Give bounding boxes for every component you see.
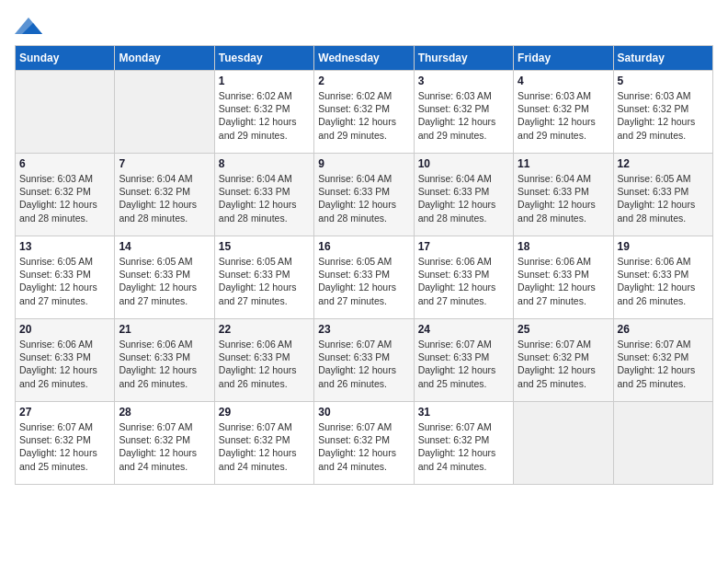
calendar-week-row: 13Sunrise: 6:05 AMSunset: 6:33 PMDayligh… (16, 236, 713, 319)
calendar-cell: 31Sunrise: 6:07 AMSunset: 6:32 PMDayligh… (414, 402, 513, 485)
day-info: Sunrise: 6:02 AMSunset: 6:32 PMDaylight:… (318, 89, 409, 142)
header-sunday: Sunday (16, 46, 115, 71)
day-info: Sunrise: 6:03 AMSunset: 6:32 PMDaylight:… (618, 89, 709, 142)
day-number: 10 (418, 157, 509, 170)
day-info: Sunrise: 6:03 AMSunset: 6:32 PMDaylight:… (19, 172, 110, 224)
day-number: 7 (119, 157, 210, 170)
day-info: Sunrise: 6:04 AMSunset: 6:33 PMDaylight:… (219, 172, 310, 224)
calendar-cell: 11Sunrise: 6:04 AMSunset: 6:33 PMDayligh… (514, 154, 613, 236)
day-number: 11 (518, 157, 609, 170)
calendar-cell (115, 71, 214, 154)
calendar-cell: 17Sunrise: 6:06 AMSunset: 6:33 PMDayligh… (414, 236, 513, 319)
day-info: Sunrise: 6:06 AMSunset: 6:33 PMDaylight:… (618, 255, 709, 307)
day-number: 1 (219, 75, 310, 87)
calendar-header-row: SundayMondayTuesdayWednesdayThursdayFrid… (16, 46, 713, 71)
day-info: Sunrise: 6:06 AMSunset: 6:33 PMDaylight:… (219, 338, 310, 390)
day-info: Sunrise: 6:07 AMSunset: 6:32 PMDaylight:… (19, 420, 110, 473)
calendar-cell: 4Sunrise: 6:03 AMSunset: 6:32 PMDaylight… (514, 71, 613, 154)
day-number: 6 (19, 157, 110, 170)
calendar-cell: 24Sunrise: 6:07 AMSunset: 6:33 PMDayligh… (414, 319, 513, 402)
day-number: 14 (119, 240, 210, 253)
calendar-cell (514, 402, 613, 485)
header-monday: Monday (115, 46, 214, 71)
day-number: 4 (518, 75, 609, 87)
logo-icon (15, 16, 40, 34)
day-number: 16 (318, 240, 409, 253)
day-number: 3 (418, 75, 509, 87)
day-number: 2 (318, 75, 409, 87)
day-number: 23 (318, 323, 409, 336)
day-number: 5 (618, 75, 709, 87)
calendar-cell: 20Sunrise: 6:06 AMSunset: 6:33 PMDayligh… (16, 319, 115, 402)
calendar-cell: 3Sunrise: 6:03 AMSunset: 6:32 PMDaylight… (414, 71, 513, 154)
day-info: Sunrise: 6:04 AMSunset: 6:33 PMDaylight:… (418, 172, 509, 224)
header-wednesday: Wednesday (314, 46, 414, 71)
day-info: Sunrise: 6:02 AMSunset: 6:32 PMDaylight:… (219, 89, 310, 142)
calendar-cell: 22Sunrise: 6:06 AMSunset: 6:33 PMDayligh… (214, 319, 313, 402)
calendar-cell: 27Sunrise: 6:07 AMSunset: 6:32 PMDayligh… (16, 402, 115, 485)
day-info: Sunrise: 6:07 AMSunset: 6:32 PMDaylight:… (518, 338, 609, 390)
day-info: Sunrise: 6:04 AMSunset: 6:33 PMDaylight:… (318, 172, 409, 224)
day-info: Sunrise: 6:04 AMSunset: 6:33 PMDaylight:… (518, 172, 609, 224)
day-number: 26 (618, 323, 709, 336)
calendar-week-row: 20Sunrise: 6:06 AMSunset: 6:33 PMDayligh… (16, 319, 713, 402)
day-number: 29 (219, 406, 310, 419)
day-number: 27 (19, 406, 110, 419)
day-info: Sunrise: 6:07 AMSunset: 6:32 PMDaylight:… (119, 420, 210, 473)
day-info: Sunrise: 6:05 AMSunset: 6:33 PMDaylight:… (219, 255, 310, 307)
day-info: Sunrise: 6:06 AMSunset: 6:33 PMDaylight:… (119, 338, 210, 390)
day-info: Sunrise: 6:05 AMSunset: 6:33 PMDaylight:… (19, 255, 110, 307)
calendar-cell: 2Sunrise: 6:02 AMSunset: 6:32 PMDaylight… (314, 71, 414, 154)
calendar-cell: 15Sunrise: 6:05 AMSunset: 6:33 PMDayligh… (214, 236, 313, 319)
day-number: 31 (418, 406, 509, 419)
calendar-cell: 19Sunrise: 6:06 AMSunset: 6:33 PMDayligh… (613, 236, 712, 319)
day-number: 19 (618, 240, 709, 253)
day-number: 22 (219, 323, 310, 336)
day-info: Sunrise: 6:05 AMSunset: 6:33 PMDaylight:… (318, 255, 409, 307)
day-info: Sunrise: 6:06 AMSunset: 6:33 PMDaylight:… (418, 255, 509, 307)
day-info: Sunrise: 6:07 AMSunset: 6:32 PMDaylight:… (219, 420, 310, 473)
day-number: 12 (618, 157, 709, 170)
calendar-cell: 1Sunrise: 6:02 AMSunset: 6:32 PMDaylight… (214, 71, 313, 154)
day-number: 30 (318, 406, 409, 419)
day-info: Sunrise: 6:05 AMSunset: 6:33 PMDaylight:… (119, 255, 210, 307)
day-number: 28 (119, 406, 210, 419)
calendar-cell: 9Sunrise: 6:04 AMSunset: 6:33 PMDaylight… (314, 154, 414, 236)
day-info: Sunrise: 6:07 AMSunset: 6:32 PMDaylight:… (618, 338, 709, 390)
day-info: Sunrise: 6:07 AMSunset: 6:32 PMDaylight:… (318, 420, 409, 473)
day-info: Sunrise: 6:07 AMSunset: 6:33 PMDaylight:… (418, 338, 509, 390)
calendar-cell: 12Sunrise: 6:05 AMSunset: 6:33 PMDayligh… (613, 154, 712, 236)
day-number: 21 (119, 323, 210, 336)
calendar-cell: 10Sunrise: 6:04 AMSunset: 6:33 PMDayligh… (414, 154, 513, 236)
header-saturday: Saturday (613, 46, 712, 71)
page-header (15, 15, 713, 34)
day-info: Sunrise: 6:06 AMSunset: 6:33 PMDaylight:… (518, 255, 609, 307)
day-number: 13 (19, 240, 110, 253)
day-number: 18 (518, 240, 609, 253)
calendar-cell: 16Sunrise: 6:05 AMSunset: 6:33 PMDayligh… (314, 236, 414, 319)
calendar-cell: 5Sunrise: 6:03 AMSunset: 6:32 PMDaylight… (613, 71, 712, 154)
day-info: Sunrise: 6:04 AMSunset: 6:32 PMDaylight:… (119, 172, 210, 224)
calendar-cell: 14Sunrise: 6:05 AMSunset: 6:33 PMDayligh… (115, 236, 214, 319)
day-number: 20 (19, 323, 110, 336)
header-friday: Friday (514, 46, 613, 71)
day-info: Sunrise: 6:07 AMSunset: 6:33 PMDaylight:… (318, 338, 409, 390)
day-info: Sunrise: 6:05 AMSunset: 6:33 PMDaylight:… (618, 172, 709, 224)
calendar-table: SundayMondayTuesdayWednesdayThursdayFrid… (15, 45, 713, 485)
calendar-cell: 29Sunrise: 6:07 AMSunset: 6:32 PMDayligh… (214, 402, 313, 485)
header-tuesday: Tuesday (214, 46, 313, 71)
calendar-cell: 18Sunrise: 6:06 AMSunset: 6:33 PMDayligh… (514, 236, 613, 319)
day-number: 24 (418, 323, 509, 336)
calendar-cell: 7Sunrise: 6:04 AMSunset: 6:32 PMDaylight… (115, 154, 214, 236)
calendar-cell: 6Sunrise: 6:03 AMSunset: 6:32 PMDaylight… (16, 154, 115, 236)
calendar-cell: 30Sunrise: 6:07 AMSunset: 6:32 PMDayligh… (314, 402, 414, 485)
calendar-cell: 28Sunrise: 6:07 AMSunset: 6:32 PMDayligh… (115, 402, 214, 485)
day-info: Sunrise: 6:03 AMSunset: 6:32 PMDaylight:… (518, 89, 609, 142)
header-thursday: Thursday (414, 46, 513, 71)
calendar-cell: 21Sunrise: 6:06 AMSunset: 6:33 PMDayligh… (115, 319, 214, 402)
day-number: 8 (219, 157, 310, 170)
calendar-week-row: 1Sunrise: 6:02 AMSunset: 6:32 PMDaylight… (16, 71, 713, 154)
day-number: 25 (518, 323, 609, 336)
day-number: 9 (318, 157, 409, 170)
calendar-cell (613, 402, 712, 485)
